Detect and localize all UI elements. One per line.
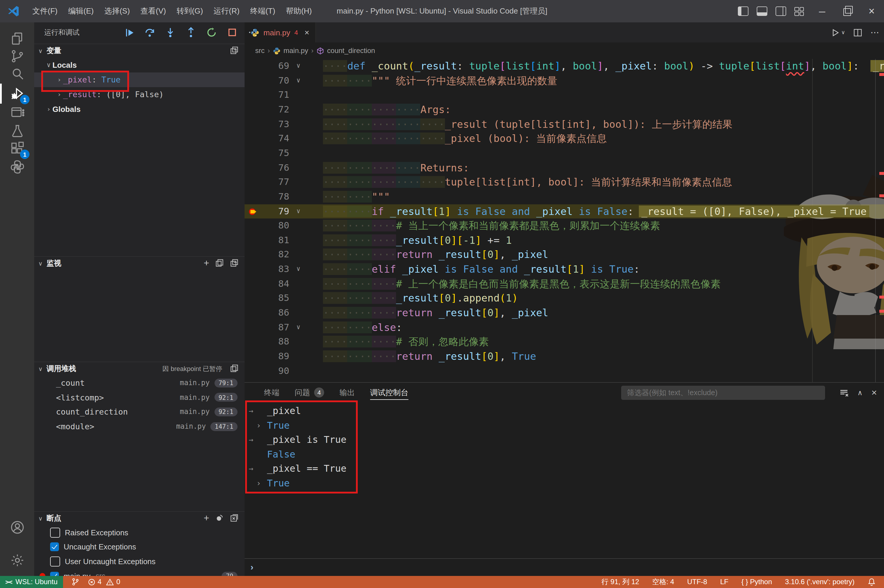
code-line-83[interactable]: 83∨········elif _pixel is False and _res… [245, 262, 884, 276]
code-line-89[interactable]: 89············return _result[0], True [245, 349, 884, 364]
split-editor-icon[interactable] [853, 28, 862, 37]
breakpoint-row[interactable]: User Uncaught Exceptions [34, 554, 245, 568]
console-row[interactable]: →_pixel [245, 404, 884, 418]
code-line-84[interactable]: 84············# 上一个像素是白色而当前像素是黑色，表示这是新一段… [245, 277, 884, 291]
panel-tab-调试控制台[interactable]: 调试控制台 [370, 383, 408, 402]
console-row[interactable]: ›True [245, 476, 884, 491]
close-panel-icon[interactable]: × [871, 387, 877, 398]
toggle-panel-icon[interactable] [757, 6, 767, 16]
debug-step-out-button[interactable] [183, 25, 198, 40]
call-stack-frame[interactable]: _count main.py 79:1 [34, 376, 245, 390]
code-line-81[interactable]: 81············_result[0][-1] += 1 [245, 233, 884, 248]
fold-icon[interactable]: ∨ [296, 59, 300, 74]
menu-终端(T)[interactable]: 终端(T) [245, 3, 281, 19]
debug-continue-button[interactable] [122, 25, 137, 40]
code-line-70[interactable]: 70∨········""" 统计一行中连续黑色像素出现的数量 [245, 74, 884, 88]
breakpoint-checkbox[interactable] [50, 528, 60, 538]
menu-文件(F)[interactable]: 文件(F) [27, 3, 63, 19]
breadcrumb-symbol[interactable]: count_direction [327, 46, 375, 55]
fold-icon[interactable]: ∨ [296, 204, 300, 219]
fold-icon[interactable]: ∨ [296, 262, 300, 276]
activity-bar-item-account[interactable] [0, 518, 34, 536]
status-item-python-interpreter[interactable]: 3.10.6 ('.venv': poetry) [785, 578, 854, 586]
debug-step-into-button[interactable] [163, 25, 178, 40]
expand-chevron-icon[interactable]: › [256, 476, 261, 491]
status-item-indentation[interactable]: 空格: 4 [652, 577, 674, 587]
variable-row-pixel[interactable]: › _pixel: True [34, 72, 245, 87]
fold-icon[interactable]: ∨ [296, 320, 300, 334]
code-line-88[interactable]: 88············# 否则，忽略此像素 [245, 335, 884, 349]
console-row[interactable]: →_pixel is True [245, 433, 884, 447]
tab-close-icon[interactable]: × [304, 28, 309, 37]
git-branch-icon[interactable] [71, 578, 79, 586]
add-breakpoint-icon[interactable]: + [204, 514, 209, 522]
menu-查看(V)[interactable]: 查看(V) [135, 3, 171, 19]
minimize-button[interactable]: ─ [813, 2, 831, 20]
breakpoints-section-header[interactable]: ∨ 断点 + [34, 511, 245, 525]
code-line-86[interactable]: 86············return _result[0], _pixel [245, 306, 884, 320]
toggle-primary-sidebar-icon[interactable] [738, 6, 749, 16]
breadcrumb-src[interactable]: src [255, 46, 265, 55]
debug-console-repl[interactable]: › [245, 558, 884, 576]
debug-stop-button[interactable] [224, 25, 240, 40]
code-line-76[interactable]: 76················Returns: [245, 160, 884, 175]
breakpoint-checkbox[interactable] [50, 543, 59, 552]
breakpoint-row[interactable]: Raised Exceptions [34, 525, 245, 540]
restore-button[interactable] [838, 2, 856, 20]
collapse-all-icon[interactable] [230, 258, 239, 267]
status-item-eol[interactable]: LF [720, 578, 728, 586]
console-row[interactable]: ›True [245, 418, 884, 433]
call-stack-frame[interactable]: <listcomp> main.py 92:1 [34, 390, 245, 405]
call-stack-section-header[interactable]: ∨ 调用堆栈 因 breakpoint 已暂停 [34, 362, 245, 375]
close-button[interactable]: × [863, 2, 881, 20]
variables-scope-globals[interactable]: › Globals [34, 102, 245, 116]
fold-icon[interactable]: ∨ [296, 74, 300, 88]
filter-input[interactable] [626, 388, 820, 398]
menu-编辑(E)[interactable]: 编辑(E) [63, 3, 99, 19]
expand-chevron-icon[interactable]: › [256, 418, 261, 433]
status-item-cursor-position[interactable]: 行 91, 列 12 [601, 577, 639, 587]
copy-icon[interactable] [215, 258, 224, 267]
remove-all-breakpoints-icon[interactable] [230, 513, 239, 522]
code-line-85[interactable]: 85············_result[0].append(1) [245, 291, 884, 306]
variables-scope-locals[interactable]: ∨ Locals [34, 58, 245, 72]
more-actions-icon[interactable]: ⋯ [870, 27, 879, 38]
code-line-82[interactable]: 82············return _result[0], _pixel [245, 248, 884, 262]
breadcrumb-file[interactable]: main.py [283, 46, 308, 55]
activity-bar-item-settings[interactable] [0, 551, 34, 569]
activity-bar-item-explorer[interactable] [0, 30, 34, 47]
panel-tab-输出[interactable]: 输出 [340, 383, 355, 402]
code-line-72[interactable]: 72················Args: [245, 102, 884, 117]
activity-bar-item-source-control[interactable] [0, 47, 34, 65]
code-line-75[interactable]: 75 [245, 146, 884, 160]
code-line-78[interactable]: 78········""" [245, 190, 884, 204]
activity-bar-item-extensions[interactable]: 1 [0, 140, 34, 157]
menu-运行(R)[interactable]: 运行(R) [208, 3, 245, 19]
status-item-encoding[interactable]: UTF-8 [687, 578, 707, 586]
debug-console-filter[interactable] [621, 386, 825, 400]
breadcrumbs[interactable]: src › main.py › count_direction [245, 42, 884, 59]
remote-indicator[interactable]: >< WSL: Ubuntu [0, 576, 63, 588]
debug-more-button[interactable]: ⋯ [245, 25, 260, 40]
code-line-79[interactable]: 79∨········if _result[1] is False and _p… [245, 204, 884, 219]
debug-console-output[interactable]: →_pixel›True→_pixel is TrueFalse→_pixel … [245, 404, 884, 546]
call-stack-frame[interactable]: count_direction main.py 92:1 [34, 405, 245, 419]
activity-bar-item-run-and-debug[interactable]: 1 [0, 85, 34, 102]
code-line-71[interactable]: 71 [245, 88, 884, 102]
collapse-all-icon[interactable] [230, 46, 239, 55]
variables-section-header[interactable]: ∨ 变量 [34, 44, 245, 57]
breakpoint-row[interactable]: Uncaught Exceptions [34, 540, 245, 554]
activity-bar-item-search[interactable] [0, 65, 34, 82]
code-line-69[interactable]: 69∨····def _count(_result: tuple[list[in… [245, 59, 884, 74]
status-item-language-mode[interactable]: { } Python [741, 578, 772, 586]
clear-console-icon[interactable] [839, 388, 849, 398]
code-line-74[interactable]: 74····················_pixel (bool): 当前像… [245, 132, 884, 146]
watch-section-header[interactable]: ∨ 监视 + [34, 256, 245, 270]
code-line-90[interactable]: 90 [245, 364, 884, 378]
activity-bar-item-python[interactable] [0, 158, 34, 176]
console-row[interactable]: False [245, 447, 884, 462]
notifications-bell-icon[interactable] [867, 578, 876, 586]
code-line-73[interactable]: 73····················_result (tuple[lis… [245, 117, 884, 131]
maximize-panel-icon[interactable]: ∧ [857, 388, 863, 397]
code-area[interactable]: 69∨····def _count(_result: tuple[list[in… [245, 59, 884, 382]
